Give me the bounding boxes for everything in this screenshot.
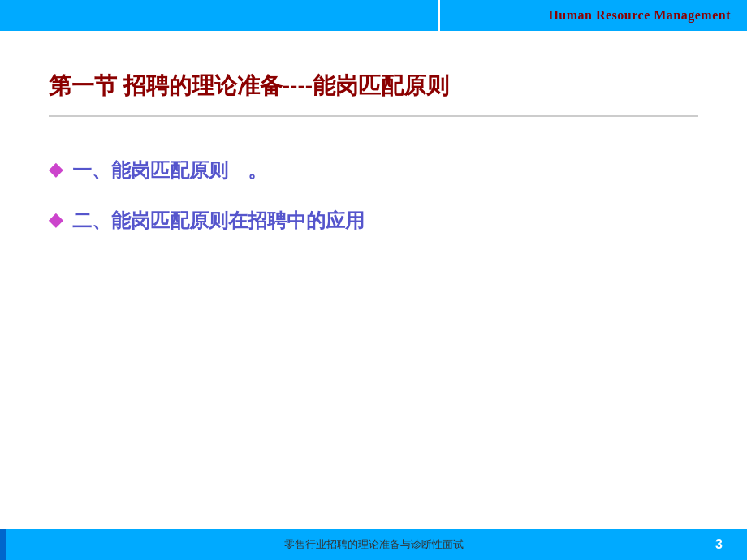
diamond-icon-2: ◆ <box>49 209 63 230</box>
main-content: 第一节 招聘的理论准备----能岗匹配原则 ◆ 一、能岗匹配原则 。 ◆ 二、能… <box>0 31 747 529</box>
footer-page-number: 3 <box>715 537 723 552</box>
bullet-text-2: 二、能岗匹配原则在招聘中的应用 <box>72 208 365 234</box>
section-title: 第一节 招聘的理论准备----能岗匹配原则 <box>49 71 698 101</box>
section-divider <box>49 115 698 117</box>
bullet-text-1: 一、能岗匹配原则 。 <box>72 157 267 183</box>
footer-left-accent <box>0 529 6 560</box>
bullet-item-1: ◆ 一、能岗匹配原则 。 <box>49 157 698 183</box>
footer-center-text: 零售行业招聘的理论准备与诊断性面试 <box>284 537 464 552</box>
bullet-list: ◆ 一、能岗匹配原则 。 ◆ 二、能岗匹配原则在招聘中的应用 <box>49 157 698 234</box>
header-divider <box>438 0 440 31</box>
diamond-icon-1: ◆ <box>49 159 63 180</box>
footer-bar: 零售行业招聘的理论准备与诊断性面试 3 <box>0 529 747 560</box>
bullet-item-2: ◆ 二、能岗匹配原则在招聘中的应用 <box>49 208 698 234</box>
header-title: Human Resource Management <box>548 8 731 23</box>
header-bar: Human Resource Management <box>0 0 747 31</box>
